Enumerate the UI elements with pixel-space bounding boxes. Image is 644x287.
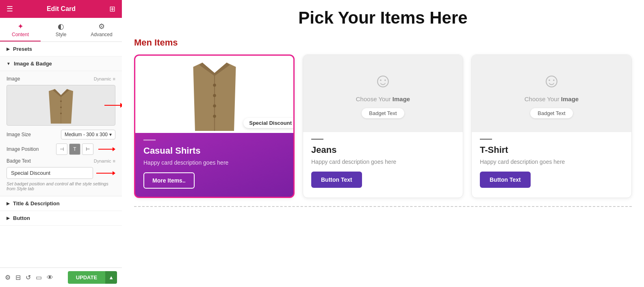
badge-dynamic-menu-icon[interactable]: ≡ bbox=[113, 159, 115, 163]
right-content: Pick Your Items Here Men Items bbox=[122, 0, 644, 287]
button-arrow-icon: ▶ bbox=[7, 216, 10, 220]
panel-tabs: ✦ Content ◐ Style ⚙ Advanced bbox=[0, 18, 122, 42]
tab-advanced[interactable]: ⚙ Advanced bbox=[81, 18, 122, 41]
card-3-placeholder-icon: ☺ bbox=[542, 69, 562, 91]
card-2-description: Happy card description goes here bbox=[311, 159, 455, 165]
card-3-divider bbox=[480, 139, 492, 140]
badge-dynamic-label: Dynamic ≡ bbox=[94, 159, 115, 163]
section-label: Men Items bbox=[134, 37, 632, 48]
dynamic-menu-icon[interactable]: ≡ bbox=[113, 76, 115, 81]
card-1-description: Happy card description goes here bbox=[143, 159, 285, 166]
card-2-title: Jeans bbox=[311, 145, 455, 155]
update-dropdown-button[interactable]: ▲ bbox=[105, 271, 117, 284]
card-2-placeholder-icon: ☺ bbox=[373, 69, 393, 91]
card-2-body: Jeans Happy card description goes here B… bbox=[303, 132, 463, 198]
card-1-body: Casual Shirts Happy card description goe… bbox=[135, 133, 293, 197]
card-1-button[interactable]: More Items.. bbox=[143, 172, 195, 189]
card-2: ☺ Choose Your Image Badget Text Jeans Ha… bbox=[303, 54, 463, 198]
image-preview[interactable] bbox=[7, 85, 115, 126]
card-1-title: Casual Shirts bbox=[143, 146, 285, 156]
content-icon: ✦ bbox=[17, 22, 24, 31]
layers-footer-icon[interactable]: ⊟ bbox=[15, 274, 21, 281]
update-button-group: UPDATE ▲ bbox=[68, 271, 117, 284]
pos-right-btn[interactable]: ⊢ bbox=[82, 144, 93, 155]
image-badge-content: Image Dynamic ≡ bbox=[0, 71, 122, 196]
svg-point-3 bbox=[60, 100, 62, 102]
card-3-badge: Badget Text bbox=[530, 108, 572, 118]
badge-helper-text: Set badget position and control all the … bbox=[7, 181, 115, 191]
position-buttons: ⊣ T ⊢ bbox=[56, 144, 93, 155]
image-badge-arrow-icon: ▼ bbox=[7, 61, 11, 66]
desktop-footer-icon[interactable]: ▭ bbox=[36, 274, 42, 281]
card-2-img-area: ☺ Choose Your Image Badget Text bbox=[303, 55, 463, 132]
section-button[interactable]: ▶ Button bbox=[0, 211, 122, 226]
card-3-body: T-Shirt Happy card description goes here… bbox=[472, 132, 631, 198]
style-icon: ◐ bbox=[58, 22, 64, 31]
card-3-description: Happy card description goes here bbox=[480, 159, 623, 165]
card-2-badge: Badget Text bbox=[362, 108, 404, 118]
image-size-row: Image Size Medium - 300 x 300 ▾ bbox=[7, 130, 115, 139]
card-3-button[interactable]: Button Text bbox=[480, 172, 531, 188]
position-arrow-indicator bbox=[98, 147, 115, 151]
pos-left-btn[interactable]: ⊣ bbox=[56, 144, 67, 155]
svg-point-5 bbox=[60, 113, 62, 114]
card-3-img-area: ☺ Choose Your Image Badget Text bbox=[472, 55, 631, 132]
card-3: ☺ Choose Your Image Badget Text T-Shirt … bbox=[471, 54, 632, 198]
svg-point-9 bbox=[213, 84, 216, 87]
badge-text-input[interactable] bbox=[7, 167, 93, 179]
select-chevron-icon: ▾ bbox=[109, 132, 112, 137]
shirt-preview-svg bbox=[41, 87, 81, 124]
card-1-img-area: Special Discount bbox=[135, 56, 293, 133]
grid-icon[interactable]: ⊞ bbox=[109, 4, 115, 13]
image-dynamic-label: Dynamic ≡ bbox=[94, 76, 115, 81]
card-1-badge: Special Discount bbox=[243, 118, 295, 128]
cards-grid: Special Discount Casual Shirts Happy car… bbox=[134, 54, 632, 198]
badge-text-field-row: Badge Text Dynamic ≡ bbox=[7, 158, 115, 164]
badge-arrow-indicator bbox=[96, 171, 115, 175]
hamburger-icon[interactable]: ☰ bbox=[7, 4, 13, 13]
card-2-choose-text: Choose Your Image bbox=[356, 96, 410, 102]
gear-footer-icon[interactable]: ⚙ bbox=[5, 274, 11, 281]
tab-content[interactable]: ✦ Content bbox=[0, 18, 41, 41]
section-presets[interactable]: ▶ Presets bbox=[0, 42, 122, 57]
presets-arrow-icon: ▶ bbox=[7, 47, 10, 51]
left-panel: ☰ Edit Card ⊞ ✦ Content ◐ Style ⚙ Advanc… bbox=[0, 0, 122, 287]
svg-point-4 bbox=[60, 107, 62, 108]
image-field-row: Image Dynamic ≡ bbox=[7, 76, 115, 82]
card-2-button[interactable]: Button Text bbox=[311, 172, 362, 188]
advanced-icon: ⚙ bbox=[98, 22, 105, 31]
card-3-choose-text: Choose Your Image bbox=[525, 96, 579, 102]
image-arrow-indicator bbox=[104, 103, 122, 108]
title-desc-arrow-icon: ▶ bbox=[7, 201, 10, 206]
card-1-divider bbox=[143, 139, 156, 141]
section-title-desc[interactable]: ▶ Title & Description bbox=[0, 196, 122, 211]
panel-title: Edit Card bbox=[13, 5, 109, 13]
panel-content: ▶ Presets ▼ Image & Badge Image Dynamic … bbox=[0, 42, 122, 267]
page-title: Pick Your Items Here bbox=[134, 8, 632, 28]
dashed-bottom bbox=[134, 206, 632, 218]
card-1-shirt-svg bbox=[184, 58, 245, 131]
image-size-select[interactable]: Medium - 300 x 300 ▾ bbox=[61, 130, 115, 139]
footer-icons: ⚙ ⊟ ↺ ▭ 👁 bbox=[5, 274, 53, 281]
svg-point-11 bbox=[213, 104, 216, 108]
eye-footer-icon[interactable]: 👁 bbox=[47, 274, 53, 281]
update-button[interactable]: UPDATE bbox=[68, 271, 105, 284]
tab-style[interactable]: ◐ Style bbox=[41, 18, 81, 41]
image-position-row: Image Position ⊣ T ⊢ bbox=[7, 144, 115, 155]
undo-footer-icon[interactable]: ↺ bbox=[26, 274, 31, 281]
svg-point-12 bbox=[213, 115, 216, 118]
section-image-badge[interactable]: ▼ Image & Badge bbox=[0, 57, 122, 71]
pos-center-btn[interactable]: T bbox=[69, 144, 80, 155]
svg-point-10 bbox=[213, 94, 216, 97]
card-1: Special Discount Casual Shirts Happy car… bbox=[134, 54, 295, 198]
card-2-divider bbox=[311, 139, 323, 140]
panel-footer: ⚙ ⊟ ↺ ▭ 👁 UPDATE ▲ bbox=[0, 267, 122, 287]
card-3-title: T-Shirt bbox=[480, 145, 623, 155]
panel-header: ☰ Edit Card ⊞ bbox=[0, 0, 122, 18]
